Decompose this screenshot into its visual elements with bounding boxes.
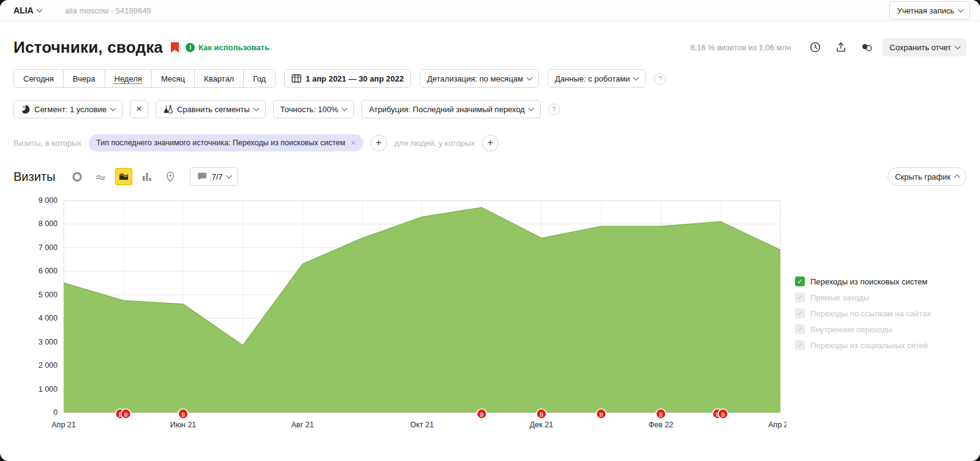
filter-row: Визиты, в которых Тип последнего значимо… [13,134,967,151]
info-icon: i [186,43,195,52]
chart-type-map-button[interactable] [162,168,179,185]
account-button[interactable]: Учетная запись [889,1,970,20]
filter-chip[interactable]: Тип последнего значимого источника: Пере… [89,134,363,151]
bookmark-icon[interactable] [170,42,179,53]
calendar-icon [292,74,301,83]
attribution-label: Атрибуция: Последний значимый переход [369,105,525,114]
annotation-marker-glyph: )) [722,411,725,417]
checkbox-icon[interactable]: ✓ [795,308,805,318]
compare-segments-icon [163,105,173,113]
column-chart-icon [142,172,152,181]
visits-chart-svg[interactable]: 01 0002 0003 0004 0005 0006 0007 0008 00… [13,192,786,432]
y-axis-tick-label: 7 000 [39,243,58,252]
close-icon[interactable]: × [351,138,356,148]
x-axis-tick-label: Дек 21 [530,421,553,429]
period-tab-4[interactable]: Квартал [195,70,244,87]
x-axis-tick-label: Апр 22 [768,421,786,429]
chevron-down-icon [955,44,961,50]
chevron-down-icon [110,105,116,112]
checkbox-icon[interactable]: ✓ [795,276,805,286]
area-chart-icon [119,172,129,181]
period-row: СегодняВчераНеделяМесяцКварталГод 1 апр … [13,69,967,88]
segment-dropdown[interactable]: Сегмент: 1 условие [13,100,123,118]
checkbox-icon[interactable]: ✓ [795,324,805,334]
bookmark-icon [170,42,179,53]
save-report-label: Сохранить отчет [889,43,951,52]
sample-info: 8,16 % визитов из 1,06 млн [690,43,791,52]
chart-title: Визиты [13,170,55,184]
annotation-marker-glyph: )) [124,411,128,417]
period-tab-1[interactable]: Вчера [64,70,105,87]
account-button-label: Учетная запись [897,6,954,15]
legend-item-1[interactable]: ✓Прямые заходы [795,292,967,302]
legend-item-0[interactable]: ✓Переходы из поисковых систем [795,276,967,286]
visits-filter-label: Визиты, в которых [13,139,81,148]
annotation-marker-glyph: )) [600,411,603,417]
chart-type-area-button[interactable] [115,168,132,185]
legend-label: Переходы из поисковых систем [810,277,927,286]
detail-label: Детализация: по месяцам [427,74,523,83]
segment-pie-icon [21,105,30,114]
legend-item-2[interactable]: ✓Переходы по ссылкам на сайтах [795,308,967,318]
period-tab-5[interactable]: Год [244,70,275,87]
comments-dropdown[interactable]: 7/7 [190,167,238,186]
save-report-button[interactable]: Сохранить отчет [883,38,967,56]
hide-chart-label: Скрыть график [895,172,951,181]
chart-legend: ✓Переходы из поисковых систем✓Прямые зах… [795,270,967,432]
y-axis-tick-label: 0 [53,408,58,417]
data-mode-label: Данные: с роботами [555,74,630,83]
period-tab-3[interactable]: Месяц [152,70,195,87]
chevron-down-icon [527,75,533,81]
chart-type-donut-button[interactable] [69,168,86,185]
hide-chart-button[interactable]: Скрыть график [888,167,967,186]
chart-type-line-button[interactable] [92,168,109,185]
account-switcher[interactable]: ALIA [13,6,42,15]
widgets-button[interactable] [857,37,876,57]
main-content: Источники, сводка i Как использовать 8,1… [0,35,980,432]
map-pin-icon [166,172,175,182]
annotation-marker-glyph: )) [540,411,543,417]
chevron-down-icon [633,75,639,81]
chart-type-columns-button[interactable] [138,168,156,185]
comment-icon [197,172,207,181]
date-range-label: 1 апр 2021 — 30 апр 2022 [306,74,404,83]
attribution-help-icon[interactable]: ? [548,104,560,115]
attribution-dropdown[interactable]: Атрибуция: Последний значимый переход [361,100,541,118]
detail-dropdown[interactable]: Детализация: по месяцам [420,69,539,88]
how-to-use-link[interactable]: i Как использовать [186,43,270,52]
accuracy-dropdown[interactable]: Точность: 100% [273,100,355,118]
clock-icon [810,42,821,53]
chevron-down-icon [529,105,535,112]
add-people-filter-button[interactable]: + [482,135,499,151]
period-tab-2[interactable]: Неделя [105,70,152,87]
export-button[interactable] [831,37,851,57]
chart-area: 01 0002 0003 0004 0005 0006 0007 0008 00… [13,192,967,432]
chevron-down-icon [36,7,42,13]
add-visit-filter-button[interactable]: + [371,135,387,151]
x-axis-tick-label: Фев 22 [649,421,674,429]
legend-item-4[interactable]: ✓Переходы из социальных сетей [795,340,967,350]
header-actions: 8,16 % визитов из 1,06 млн [690,37,967,57]
legend-label: Переходы по ссылкам на сайтах [810,309,931,318]
segment-row: Сегмент: 1 условие × Сравнить сегменты Т… [13,100,967,118]
chart-header: Визиты [13,167,967,186]
period-tabs: СегодняВчераНеделяМесяцКварталГод [13,69,276,88]
period-tab-0[interactable]: Сегодня [14,70,64,87]
compare-segments-dropdown[interactable]: Сравнить сегменты [156,100,266,118]
checkbox-icon[interactable]: ✓ [795,292,805,302]
chevron-down-icon [253,105,259,112]
widgets-icon [861,42,873,53]
data-mode-dropdown[interactable]: Данные: с роботами [548,69,646,88]
checkbox-icon[interactable]: ✓ [795,340,805,350]
chevron-down-icon [958,7,964,13]
counter-info: alia moscow · 54189649 [65,6,151,15]
close-icon: × [136,104,141,115]
chevron-up-icon [954,175,960,181]
data-mode-help-icon[interactable]: ? [654,73,666,85]
segment-clear-button[interactable]: × [130,100,148,118]
history-button[interactable] [805,37,825,57]
legend-label: Прямые заходы [810,293,869,302]
date-range-button[interactable]: 1 апр 2021 — 30 апр 2022 [284,69,411,88]
annotation-marker-glyph: )) [659,411,663,417]
legend-item-3[interactable]: ✓Внутренние переходы [795,324,967,334]
